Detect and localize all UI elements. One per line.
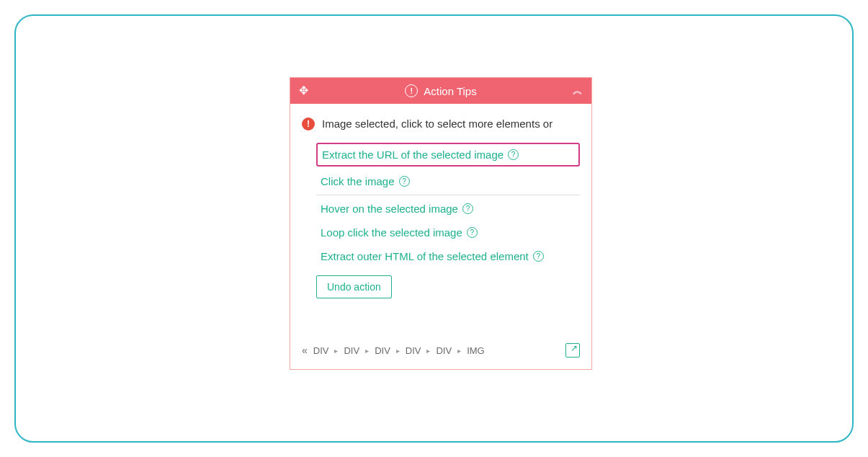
action-label: Click the image [321, 175, 395, 187]
breadcrumb-item[interactable]: DIV [313, 345, 329, 356]
dom-breadcrumb: « DIV ▸ DIV ▸ DIV ▸ DIV ▸ DIV ▸ IMG [290, 334, 591, 369]
panel-header[interactable]: ! Action Tips ︽ [290, 78, 591, 104]
help-icon[interactable]: ? [462, 203, 473, 214]
breadcrumb-item[interactable]: DIV [375, 345, 390, 356]
action-label: Extract outer HTML of the selected eleme… [321, 250, 529, 262]
chevron-right-icon: ▸ [365, 347, 369, 355]
info-icon: ! [405, 84, 418, 97]
open-external-icon[interactable] [565, 343, 580, 358]
status-row: ! Image selected, click to select more e… [302, 117, 580, 131]
action-extract-url[interactable]: Extract the URL of the selected image ? [316, 143, 580, 167]
breadcrumb-item[interactable]: IMG [467, 345, 485, 356]
breadcrumb-item[interactable]: DIV [436, 345, 452, 356]
alert-icon: ! [302, 117, 315, 130]
panel-title: Action Tips [424, 85, 476, 97]
action-loop-click[interactable]: Loop click the selected image ? [316, 221, 580, 244]
breadcrumb-start-icon[interactable]: « [302, 345, 308, 356]
undo-button[interactable]: Undo action [316, 275, 392, 298]
help-icon[interactable]: ? [533, 251, 544, 262]
collapse-icon[interactable]: ︽ [573, 84, 583, 97]
action-hover-image[interactable]: Hover on the selected image ? [316, 197, 580, 221]
action-label: Extract the URL of the selected image [322, 148, 504, 161]
chevron-right-icon: ▸ [396, 347, 400, 355]
breadcrumb-item[interactable]: DIV [344, 345, 359, 356]
help-icon[interactable]: ? [399, 176, 410, 187]
outer-frame: ! Action Tips ︽ ! Image selected, click … [14, 14, 854, 443]
action-tips-panel: ! Action Tips ︽ ! Image selected, click … [290, 77, 592, 370]
action-click-image[interactable]: Click the image ? [316, 169, 580, 193]
actions-list: Extract the URL of the selected image ? … [302, 143, 580, 298]
separator [316, 195, 580, 195]
chevron-right-icon: ▸ [426, 347, 430, 355]
help-icon[interactable]: ? [467, 227, 478, 238]
undo-label: Undo action [327, 281, 381, 293]
help-icon[interactable]: ? [508, 149, 519, 160]
chevron-right-icon: ▸ [457, 347, 461, 355]
action-label: Loop click the selected image [321, 226, 462, 239]
status-text: Image selected, click to select more ele… [322, 117, 552, 131]
panel-body: ! Image selected, click to select more e… [290, 104, 591, 306]
chevron-right-icon: ▸ [334, 347, 338, 355]
breadcrumb-item[interactable]: DIV [406, 345, 421, 356]
move-icon[interactable] [299, 84, 312, 97]
action-label: Hover on the selected image [321, 203, 458, 215]
action-extract-outer-html[interactable]: Extract outer HTML of the selected eleme… [316, 244, 580, 268]
